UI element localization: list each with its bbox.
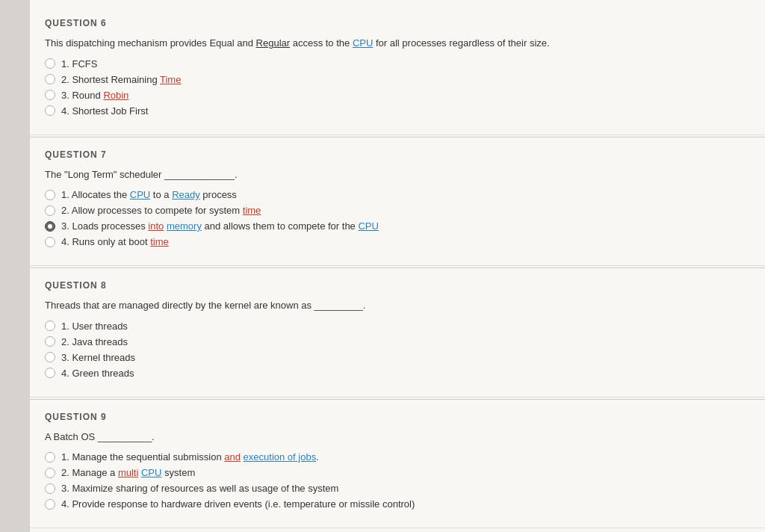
q7-option-4[interactable]: 4. Runs only at boot time	[45, 236, 750, 247]
q7-option-3[interactable]: 3. Loads processes into memory and allow…	[45, 220, 750, 232]
question-6-text: This dispatching mechanism provides Equa…	[45, 36, 750, 51]
question-6-block: QUESTION 6 This dispatching mechanism pr…	[30, 7, 765, 135]
q9-radio-4[interactable]	[45, 499, 55, 510]
q7-radio-1[interactable]	[45, 190, 55, 200]
q9-option-4-label: 4. Provide response to hardware driven e…	[61, 498, 415, 510]
q6-option-3[interactable]: 3. Round Robin	[45, 90, 750, 101]
q7-radio-4[interactable]	[45, 237, 55, 247]
q9-option-2[interactable]: 2. Manage a multi CPU system	[45, 467, 750, 478]
question-6-options: 1. FCFS 2. Shortest Remaining Time 3. Ro…	[45, 58, 750, 117]
question-7-block: QUESTION 7 The "Long Term" scheduler ___…	[30, 139, 765, 267]
q7-radio-3[interactable]	[45, 221, 55, 232]
question-9-text: A Batch OS __________.	[45, 430, 750, 445]
question-7-options: 1. Allocates the CPU to a Ready process …	[45, 189, 750, 247]
q6-option-4-label: 4. Shortest Job First	[61, 105, 148, 117]
question-6-title: QUESTION 6	[45, 18, 750, 28]
q8-radio-1[interactable]	[45, 321, 55, 331]
question-8-block: QUESTION 8 Threads that are managed dire…	[30, 270, 765, 398]
q8-radio-2[interactable]	[45, 336, 55, 347]
q9-radio-1[interactable]	[45, 452, 55, 463]
main-content: QUESTION 6 This dispatching mechanism pr…	[30, 0, 765, 532]
question-7-text: The "Long Term" scheduler _____________.	[45, 167, 750, 182]
q8-option-2[interactable]: 2. Java threads	[45, 336, 750, 347]
q8-radio-3[interactable]	[45, 352, 55, 362]
question-8-options: 1. User threads 2. Java threads 3. Kerne…	[45, 321, 750, 379]
q9-option-4[interactable]: 4. Provide response to hardware driven e…	[45, 498, 750, 510]
q9-option-3[interactable]: 3. Maximize sharing of resources as well…	[45, 483, 750, 494]
separator-6-7	[30, 137, 765, 137]
q9-radio-3[interactable]	[45, 483, 55, 494]
q8-option-1[interactable]: 1. User threads	[45, 321, 750, 332]
q6-radio-3[interactable]	[45, 90, 55, 100]
q6-radio-1[interactable]	[45, 58, 55, 69]
question-9-options: 1. Manage the sequential submission and …	[45, 451, 750, 510]
question-8-title: QUESTION 8	[45, 280, 750, 291]
q8-radio-4[interactable]	[45, 368, 55, 378]
q8-option-3-label: 3. Kernel threads	[61, 352, 135, 363]
q7-option-1[interactable]: 1. Allocates the CPU to a Ready process	[45, 189, 750, 200]
q8-option-4-label: 4. Green threads	[61, 368, 134, 379]
left-sidebar	[0, 0, 30, 532]
question-9-title: QUESTION 9	[45, 412, 750, 422]
q9-option-2-label: 2. Manage a multi CPU system	[61, 467, 195, 478]
q6-option-3-label: 3. Round Robin	[61, 90, 128, 101]
question-9-block: QUESTION 9 A Batch OS __________. 1. Man…	[30, 401, 765, 529]
q6-option-2[interactable]: 2. Shortest Remaining Time	[45, 74, 750, 85]
q6-option-4[interactable]: 4. Shortest Job First	[45, 105, 750, 117]
q7-option-4-label: 4. Runs only at boot time	[61, 236, 169, 247]
q9-option-3-label: 3. Maximize sharing of resources as well…	[61, 483, 338, 494]
q6-radio-4[interactable]	[45, 105, 55, 116]
page-container: QUESTION 6 This dispatching mechanism pr…	[0, 0, 765, 532]
q8-option-3[interactable]: 3. Kernel threads	[45, 352, 750, 363]
q8-option-1-label: 1. User threads	[61, 321, 128, 332]
q6-option-1-label: 1. FCFS	[61, 58, 97, 69]
q8-option-4[interactable]: 4. Green threads	[45, 368, 750, 379]
separator-8-9	[30, 399, 765, 400]
q7-option-2[interactable]: 2. Allow processes to compete for system…	[45, 205, 750, 216]
q7-radio-2[interactable]	[45, 205, 55, 216]
q8-option-2-label: 2. Java threads	[61, 336, 128, 347]
q6-option-1[interactable]: 1. FCFS	[45, 58, 750, 69]
q9-option-1-label: 1. Manage the sequential submission and …	[61, 451, 319, 463]
q9-radio-2[interactable]	[45, 468, 55, 478]
q7-option-3-label: 3. Loads processes into memory and allow…	[61, 220, 379, 232]
q7-option-1-label: 1. Allocates the CPU to a Ready process	[61, 189, 237, 200]
q7-option-2-label: 2. Allow processes to compete for system…	[61, 205, 261, 216]
question-7-title: QUESTION 7	[45, 149, 750, 160]
question-8-text: Threads that are managed directly by the…	[45, 298, 750, 313]
separator-7-8	[30, 267, 765, 268]
q6-radio-2[interactable]	[45, 74, 55, 84]
q9-option-1[interactable]: 1. Manage the sequential submission and …	[45, 451, 750, 463]
q6-option-2-label: 2. Shortest Remaining Time	[61, 74, 181, 85]
